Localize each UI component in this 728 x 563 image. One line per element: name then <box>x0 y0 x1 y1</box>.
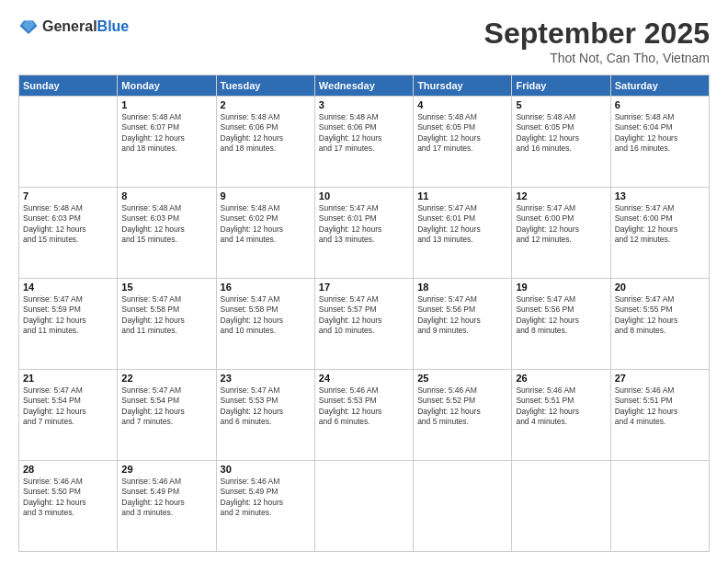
calendar-cell: 24Sunrise: 5:46 AM Sunset: 5:53 PM Dayli… <box>314 370 413 461</box>
day-number: 11 <box>417 190 507 201</box>
calendar-cell: 23Sunrise: 5:47 AM Sunset: 5:53 PM Dayli… <box>216 370 314 461</box>
calendar-cell: 9Sunrise: 5:48 AM Sunset: 6:02 PM Daylig… <box>216 188 314 279</box>
logo-icon <box>18 17 39 37</box>
calendar-cell: 14Sunrise: 5:47 AM Sunset: 5:59 PM Dayli… <box>19 279 118 370</box>
day-number: 8 <box>121 190 211 201</box>
calendar-cell: 27Sunrise: 5:46 AM Sunset: 5:51 PM Dayli… <box>610 370 709 461</box>
day-number: 6 <box>615 99 705 110</box>
cell-info: Sunrise: 5:48 AM Sunset: 6:02 PM Dayligh… <box>221 203 311 246</box>
cell-info: Sunrise: 5:47 AM Sunset: 5:59 PM Dayligh… <box>23 294 113 337</box>
day-number: 7 <box>23 190 113 201</box>
cell-info: Sunrise: 5:48 AM Sunset: 6:03 PM Dayligh… <box>121 203 211 246</box>
cell-info: Sunrise: 5:47 AM Sunset: 5:53 PM Dayligh… <box>221 385 311 428</box>
month-title: September 2025 <box>484 17 710 51</box>
day-number: 10 <box>319 190 409 201</box>
calendar-cell <box>19 97 118 188</box>
col-header-wednesday: Wednesday <box>314 75 413 97</box>
calendar-table: SundayMondayTuesdayWednesdayThursdayFrid… <box>18 75 710 552</box>
calendar-cell: 28Sunrise: 5:46 AM Sunset: 5:50 PM Dayli… <box>19 461 118 552</box>
day-number: 30 <box>221 464 311 475</box>
cell-info: Sunrise: 5:46 AM Sunset: 5:52 PM Dayligh… <box>417 385 507 428</box>
cell-info: Sunrise: 5:47 AM Sunset: 6:01 PM Dayligh… <box>319 203 409 246</box>
calendar-cell: 15Sunrise: 5:47 AM Sunset: 5:58 PM Dayli… <box>118 279 216 370</box>
cell-info: Sunrise: 5:47 AM Sunset: 5:54 PM Dayligh… <box>23 385 113 428</box>
cell-info: Sunrise: 5:48 AM Sunset: 6:05 PM Dayligh… <box>516 112 606 155</box>
calendar-cell: 5Sunrise: 5:48 AM Sunset: 6:05 PM Daylig… <box>512 97 610 188</box>
cell-info: Sunrise: 5:48 AM Sunset: 6:07 PM Dayligh… <box>121 112 211 155</box>
day-number: 19 <box>516 282 606 293</box>
logo-blue: Blue <box>97 18 130 34</box>
day-number: 26 <box>516 373 606 384</box>
cell-info: Sunrise: 5:46 AM Sunset: 5:49 PM Dayligh… <box>221 477 311 519</box>
day-number: 25 <box>417 373 507 384</box>
day-number: 28 <box>23 464 113 475</box>
logo: GeneralBlue <box>18 17 129 37</box>
cell-info: Sunrise: 5:46 AM Sunset: 5:53 PM Dayligh… <box>319 385 409 428</box>
cell-info: Sunrise: 5:47 AM Sunset: 6:00 PM Dayligh… <box>516 203 606 246</box>
day-number: 24 <box>319 373 409 384</box>
cell-info: Sunrise: 5:46 AM Sunset: 5:51 PM Dayligh… <box>615 385 705 428</box>
day-number: 22 <box>121 373 211 384</box>
calendar-cell: 11Sunrise: 5:47 AM Sunset: 6:01 PM Dayli… <box>414 188 512 279</box>
calendar-cell: 1Sunrise: 5:48 AM Sunset: 6:07 PM Daylig… <box>118 97 216 188</box>
cell-info: Sunrise: 5:48 AM Sunset: 6:06 PM Dayligh… <box>221 112 311 155</box>
cell-info: Sunrise: 5:46 AM Sunset: 5:50 PM Dayligh… <box>23 477 113 519</box>
page: GeneralBlue September 2025 Thot Not, Can… <box>0 0 728 563</box>
calendar-cell: 22Sunrise: 5:47 AM Sunset: 5:54 PM Dayli… <box>118 370 216 461</box>
calendar-cell: 20Sunrise: 5:47 AM Sunset: 5:55 PM Dayli… <box>610 279 709 370</box>
logo-general: General <box>42 18 97 34</box>
cell-info: Sunrise: 5:48 AM Sunset: 6:04 PM Dayligh… <box>615 112 705 155</box>
calendar-cell: 29Sunrise: 5:46 AM Sunset: 5:49 PM Dayli… <box>118 461 216 552</box>
cell-info: Sunrise: 5:48 AM Sunset: 6:06 PM Dayligh… <box>319 112 409 155</box>
col-header-friday: Friday <box>512 75 610 97</box>
calendar-cell: 21Sunrise: 5:47 AM Sunset: 5:54 PM Dayli… <box>19 370 118 461</box>
calendar-cell: 25Sunrise: 5:46 AM Sunset: 5:52 PM Dayli… <box>414 370 512 461</box>
header: GeneralBlue September 2025 Thot Not, Can… <box>18 17 710 65</box>
day-number: 3 <box>319 99 409 110</box>
cell-info: Sunrise: 5:47 AM Sunset: 5:57 PM Dayligh… <box>319 294 409 337</box>
calendar-cell: 10Sunrise: 5:47 AM Sunset: 6:01 PM Dayli… <box>314 188 413 279</box>
day-number: 17 <box>319 282 409 293</box>
calendar-cell: 17Sunrise: 5:47 AM Sunset: 5:57 PM Dayli… <box>314 279 413 370</box>
day-number: 12 <box>516 190 606 201</box>
col-header-sunday: Sunday <box>19 75 118 97</box>
calendar-cell: 3Sunrise: 5:48 AM Sunset: 6:06 PM Daylig… <box>314 97 413 188</box>
location: Thot Not, Can Tho, Vietnam <box>484 51 710 65</box>
cell-info: Sunrise: 5:47 AM Sunset: 5:58 PM Dayligh… <box>221 294 311 337</box>
title-block: September 2025 Thot Not, Can Tho, Vietna… <box>484 17 710 65</box>
day-number: 1 <box>121 99 211 110</box>
calendar-cell: 12Sunrise: 5:47 AM Sunset: 6:00 PM Dayli… <box>512 188 610 279</box>
cell-info: Sunrise: 5:47 AM Sunset: 5:56 PM Dayligh… <box>417 294 507 337</box>
day-number: 14 <box>23 282 113 293</box>
week-row-5: 28Sunrise: 5:46 AM Sunset: 5:50 PM Dayli… <box>19 461 710 552</box>
day-number: 5 <box>516 99 606 110</box>
calendar-cell: 30Sunrise: 5:46 AM Sunset: 5:49 PM Dayli… <box>216 461 314 552</box>
col-header-monday: Monday <box>118 75 216 97</box>
col-header-thursday: Thursday <box>414 75 512 97</box>
cell-info: Sunrise: 5:46 AM Sunset: 5:49 PM Dayligh… <box>121 477 211 519</box>
day-number: 23 <box>221 373 311 384</box>
col-header-saturday: Saturday <box>610 75 709 97</box>
day-number: 16 <box>221 282 311 293</box>
calendar-cell: 16Sunrise: 5:47 AM Sunset: 5:58 PM Dayli… <box>216 279 314 370</box>
day-number: 18 <box>417 282 507 293</box>
cell-info: Sunrise: 5:48 AM Sunset: 6:05 PM Dayligh… <box>417 112 507 155</box>
calendar-cell: 2Sunrise: 5:48 AM Sunset: 6:06 PM Daylig… <box>216 97 314 188</box>
day-number: 29 <box>121 464 211 475</box>
day-number: 4 <box>417 99 507 110</box>
day-number: 15 <box>121 282 211 293</box>
week-row-2: 7Sunrise: 5:48 AM Sunset: 6:03 PM Daylig… <box>19 188 710 279</box>
cell-info: Sunrise: 5:47 AM Sunset: 6:01 PM Dayligh… <box>417 203 507 246</box>
day-number: 2 <box>221 99 311 110</box>
calendar-cell: 19Sunrise: 5:47 AM Sunset: 5:56 PM Dayli… <box>512 279 610 370</box>
calendar-cell: 18Sunrise: 5:47 AM Sunset: 5:56 PM Dayli… <box>414 279 512 370</box>
day-number: 13 <box>615 190 705 201</box>
cell-info: Sunrise: 5:47 AM Sunset: 5:55 PM Dayligh… <box>615 294 705 337</box>
calendar-cell: 4Sunrise: 5:48 AM Sunset: 6:05 PM Daylig… <box>414 97 512 188</box>
calendar-cell: 7Sunrise: 5:48 AM Sunset: 6:03 PM Daylig… <box>19 188 118 279</box>
calendar-cell: 26Sunrise: 5:46 AM Sunset: 5:51 PM Dayli… <box>512 370 610 461</box>
calendar-cell: 6Sunrise: 5:48 AM Sunset: 6:04 PM Daylig… <box>610 97 709 188</box>
cell-info: Sunrise: 5:47 AM Sunset: 6:00 PM Dayligh… <box>615 203 705 246</box>
day-number: 27 <box>615 373 705 384</box>
calendar-cell: 13Sunrise: 5:47 AM Sunset: 6:00 PM Dayli… <box>610 188 709 279</box>
